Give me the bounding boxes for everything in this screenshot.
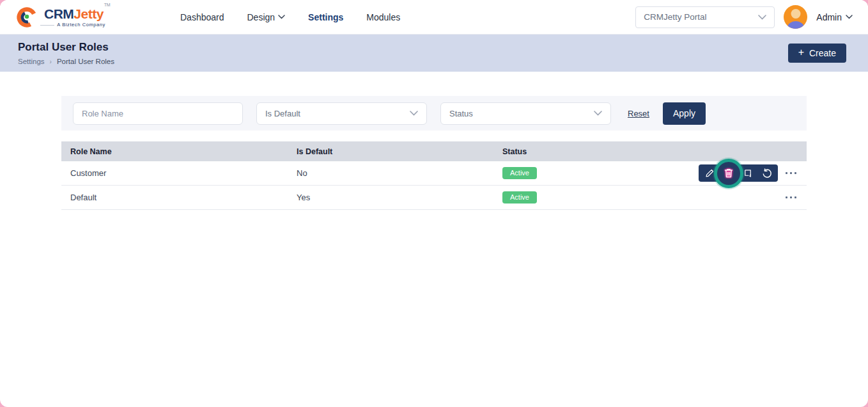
ellipsis-icon	[786, 196, 787, 198]
nav-item-modules[interactable]: Modules	[366, 12, 400, 22]
is-default-filter-select[interactable]: Is Default	[256, 102, 427, 125]
apply-filters-button[interactable]: Apply	[663, 102, 706, 125]
topbar-right: CRMJetty Portal Admin	[635, 5, 853, 29]
cell-is-default: Yes	[297, 193, 502, 202]
reset-filters-link[interactable]: Reset	[628, 109, 649, 118]
role-name-filter-input[interactable]	[73, 102, 243, 125]
table-row-default[interactable]: Default Yes Active	[61, 186, 807, 210]
main-nav: Dashboard Design Settings Modules	[180, 12, 400, 22]
nav-item-settings[interactable]: Settings	[308, 12, 343, 22]
top-navigation-bar: CRMJettyTM A Biztech Company Dashboard D…	[0, 0, 868, 35]
table-row-customer[interactable]: Customer No Active	[61, 161, 807, 186]
status-badge: Active	[502, 191, 537, 204]
nav-item-dashboard[interactable]: Dashboard	[180, 12, 224, 22]
page-header: Portal User Roles Settings › Portal User…	[0, 35, 868, 72]
table-header-row: Role Name Is Default Status	[61, 141, 807, 161]
move-to-icon	[743, 168, 753, 178]
column-header-role-name: Role Name	[61, 147, 297, 156]
row-actions	[699, 161, 798, 185]
delete-button[interactable]	[719, 164, 738, 182]
trash-icon	[724, 168, 734, 179]
status-filter-select[interactable]: Status	[440, 102, 611, 125]
logo-tagline: A Biztech Company	[57, 22, 109, 28]
crmjetty-logo[interactable]: CRMJettyTM A Biztech Company	[15, 5, 111, 29]
user-menu[interactable]: Admin	[816, 12, 853, 22]
page-title: Portal User Roles	[18, 41, 114, 54]
chevron-down-icon	[594, 111, 602, 116]
column-header-is-default: Is Default	[297, 147, 502, 156]
chevron-down-icon	[758, 15, 766, 20]
chevron-down-icon	[278, 15, 285, 19]
logo-wordmark: CRMJettyTM	[44, 7, 109, 20]
more-actions-button[interactable]	[784, 168, 798, 178]
click-highlight-ring	[714, 159, 743, 188]
row-action-toolbar	[699, 164, 778, 182]
cell-is-default: No	[297, 168, 502, 178]
ellipsis-icon	[786, 172, 787, 174]
reset-button[interactable]	[757, 164, 777, 182]
filter-bar: Is Default Status Reset Apply	[61, 96, 807, 131]
user-avatar[interactable]	[784, 5, 807, 29]
user-name: Admin	[816, 12, 842, 22]
cell-role-name: Customer	[61, 168, 297, 178]
chevron-down-icon	[410, 111, 418, 116]
status-badge: Active	[502, 167, 537, 179]
row-actions	[784, 186, 798, 209]
portal-select[interactable]: CRMJetty Portal	[635, 6, 775, 28]
roles-table: Role Name Is Default Status Customer No …	[61, 141, 807, 210]
breadcrumb-separator: ›	[50, 58, 52, 65]
crmjetty-logo-icon	[15, 5, 40, 29]
pencil-icon	[705, 168, 715, 178]
more-actions-button[interactable]	[784, 193, 798, 202]
cell-role-name: Default	[61, 193, 297, 202]
plus-icon: +	[798, 47, 804, 58]
breadcrumb-settings-link[interactable]: Settings	[18, 58, 45, 65]
chevron-down-icon	[846, 15, 853, 19]
column-header-status: Status	[502, 147, 807, 156]
nav-item-design[interactable]: Design	[247, 12, 286, 22]
app-window: CRMJettyTM A Biztech Company Dashboard D…	[0, 0, 868, 407]
breadcrumb: Settings › Portal User Roles	[18, 58, 114, 65]
reset-icon	[762, 168, 772, 179]
breadcrumb-current: Portal User Roles	[57, 58, 114, 65]
create-button[interactable]: + Create	[788, 44, 846, 63]
